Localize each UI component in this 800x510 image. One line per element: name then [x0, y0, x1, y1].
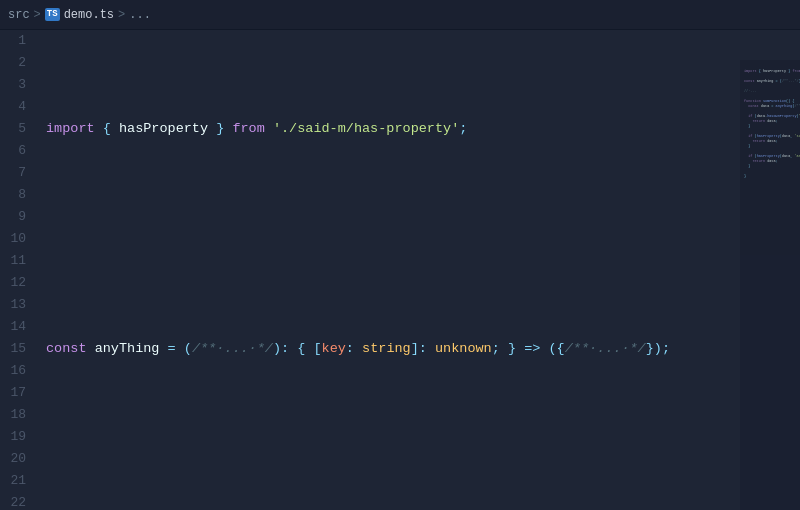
line-num-5: 5 — [8, 118, 26, 140]
breadcrumb-sep2: > — [118, 4, 125, 26]
line-num-12: 12 — [8, 272, 26, 294]
ts-icon: TS — [45, 8, 60, 21]
code-line-2 — [46, 228, 792, 250]
line-num-19: 19 — [8, 426, 26, 448]
line-num-17: 17 — [8, 382, 26, 404]
minimap: import { hasProperty } from './said-m/ha… — [740, 60, 800, 510]
line-num-4: 4 — [8, 96, 26, 118]
editor-area: 1 2 3 4 5 6 7 8 9 10 11 12 13 14 15 16 1… — [0, 30, 800, 510]
line-num-21: 21 — [8, 470, 26, 492]
line-num-7: 7 — [8, 162, 26, 184]
line-num-15: 15 — [8, 338, 26, 360]
line-num-20: 20 — [8, 448, 26, 470]
breadcrumb-src: src — [8, 4, 30, 26]
line-num-3: 3 — [8, 74, 26, 96]
breadcrumb-sep1: > — [34, 4, 41, 26]
breadcrumb-dots: ... — [129, 4, 151, 26]
line-num-11: 11 — [8, 250, 26, 272]
line-num-22: 22 — [8, 492, 26, 510]
line-num-1: 1 — [8, 30, 26, 52]
line-numbers: 1 2 3 4 5 6 7 8 9 10 11 12 13 14 15 16 1… — [0, 30, 38, 510]
line-num-8: 8 — [8, 184, 26, 206]
breadcrumb-file[interactable]: TS demo.ts — [45, 4, 114, 26]
line-num-14: 14 — [8, 316, 26, 338]
line-num-6: 6 — [8, 140, 26, 162]
line-num-16: 16 — [8, 360, 26, 382]
tab-bar: src > TS demo.ts > ... — [0, 0, 800, 30]
line-num-18: 18 — [8, 404, 26, 426]
breadcrumb: src > TS demo.ts > ... — [8, 4, 151, 26]
code-content[interactable]: import { hasProperty } from './said-m/ha… — [38, 30, 800, 510]
code-line-4 — [46, 448, 792, 470]
line-num-2: 2 — [8, 52, 26, 74]
line-num-9: 9 — [8, 206, 26, 228]
code-line-3: const anyThing = (/**·...·*/): { [key: s… — [46, 338, 792, 360]
line-num-10: 10 — [8, 228, 26, 250]
code-line-1: import { hasProperty } from './said-m/ha… — [46, 118, 792, 140]
minimap-code: import { hasProperty } from './said-m/ha… — [740, 60, 800, 188]
breadcrumb-filename: demo.ts — [64, 4, 114, 26]
line-num-13: 13 — [8, 294, 26, 316]
